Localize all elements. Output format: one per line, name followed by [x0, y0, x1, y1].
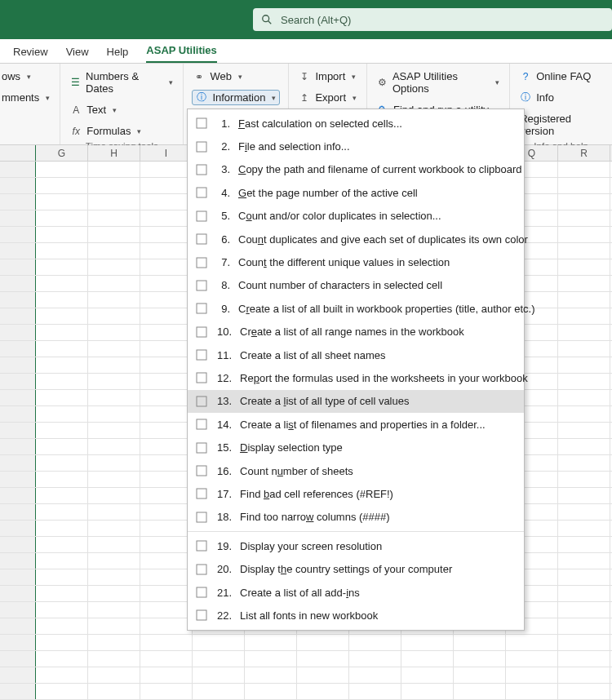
menu-item-label: Count duplicates and give each set of du… [238, 233, 528, 246]
tab-asap-utilities[interactable]: ASAP Utilities [146, 40, 216, 63]
svg-rect-17 [197, 466, 206, 476]
chevron-down-icon: ▾ [113, 106, 117, 114]
help-icon: ? [520, 71, 531, 82]
menu-item-icon [194, 301, 209, 316]
menu-item-icon [194, 116, 209, 131]
menu-item-10[interactable]: 10.Create a list of all range names in t… [188, 321, 524, 343]
chevron-down-icon: ▾ [238, 73, 242, 81]
svg-rect-21 [197, 565, 206, 574]
column-header[interactable]: I [140, 145, 193, 161]
menu-item-8[interactable]: 8.Count number of characters in selected… [188, 274, 524, 297]
menu-item-14[interactable]: 14.Create a list of filenames and proper… [188, 413, 524, 436]
menu-item-9[interactable]: 9.Create a list of all built in workbook… [188, 297, 524, 320]
svg-rect-2 [197, 118, 206, 128]
svg-rect-10 [197, 303, 206, 313]
chevron-down-icon: ▾ [272, 94, 276, 102]
menu-item-11[interactable]: 11.Create a list of all sheet names [188, 343, 524, 366]
menu-item-3[interactable]: 3.Copy the path and filename of current … [188, 158, 524, 181]
menu-item-18[interactable]: 18.Find too narrow columns (####) [188, 506, 524, 529]
column-header[interactable]: R [558, 145, 610, 161]
export-button[interactable]: ↥ Export▾ [297, 90, 358, 105]
search-placeholder: Search (Alt+Q) [281, 14, 351, 26]
menu-item-22[interactable]: 22.List all fonts in new workbook [188, 604, 524, 627]
info-button[interactable]: ⓘ Info [518, 90, 604, 105]
svg-rect-5 [197, 188, 206, 197]
menu-item-label: Count number of characters in selected c… [238, 279, 442, 291]
menu-item-5[interactable]: 5.Count and/or color duplicates in selec… [188, 205, 524, 228]
svg-rect-22 [197, 587, 206, 597]
options-button[interactable]: ⚙ ASAP Utilities Options▾ [375, 69, 501, 96]
chevron-down-icon: ▾ [352, 73, 356, 81]
export-icon: ↥ [299, 92, 310, 104]
menu-item-21[interactable]: 21.Create a list of all add-ins [188, 581, 524, 604]
chevron-down-icon: ▾ [27, 73, 31, 81]
rows-button[interactable]: ows▾ [0, 69, 51, 84]
menu-item-label: Fast calculation on selected cells... [238, 117, 402, 130]
chevron-down-icon: ▾ [495, 78, 499, 86]
online-faq-button[interactable]: ? Online FAQ [518, 69, 604, 84]
search-input[interactable]: Search (Alt+Q) [253, 8, 612, 31]
tab-review[interactable]: Review [13, 42, 48, 63]
menu-item-icon [194, 538, 209, 553]
menu-item-label: Create a list of all add-ins [240, 587, 360, 599]
svg-rect-14 [197, 397, 206, 406]
menu-item-label: Create a list of all sheet names [240, 349, 385, 361]
menu-item-13[interactable]: 13.Create a list of all type of cell val… [188, 390, 524, 413]
tab-help[interactable]: Help [107, 42, 129, 63]
menu-item-label: Report the formulas used in the workshee… [240, 372, 528, 384]
menu-item-label: Find too narrow columns (####) [240, 511, 390, 523]
menu-item-20[interactable]: 20.Display the country settings of your … [188, 557, 524, 580]
svg-rect-6 [197, 211, 206, 221]
menu-item-4[interactable]: 4.Get the page number of the active cell [188, 181, 524, 204]
tab-view[interactable]: View [66, 42, 89, 63]
menu-item-12[interactable]: 12.Report the formulas used in the works… [188, 366, 524, 389]
menu-item-label: Count and/or color duplicates in selecti… [238, 210, 441, 222]
search-icon [261, 14, 273, 25]
menu-item-icon [194, 185, 209, 200]
menu-item-label: Get the page number of the active cell [238, 187, 418, 199]
menu-item-icon [194, 394, 209, 409]
svg-rect-7 [197, 234, 206, 244]
menu-item-label: Create a list of all built in workbook p… [238, 303, 534, 315]
column-header[interactable]: H [88, 145, 140, 161]
svg-rect-13 [197, 373, 206, 383]
column-header[interactable]: G [36, 145, 88, 161]
menu-item-17[interactable]: 17.Find bad cell references (#REF!) [188, 482, 524, 505]
menu-item-6[interactable]: 6.Count duplicates and give each set of … [188, 228, 524, 250]
svg-rect-3 [197, 142, 206, 152]
web-button[interactable]: ⚭ Web▾ [192, 69, 280, 84]
link-icon: ⚭ [193, 71, 205, 82]
fx-icon: fx [70, 126, 82, 137]
menu-item-icon [194, 562, 209, 577]
text-icon: A [70, 104, 82, 116]
menu-item-19[interactable]: 19.Display your screen resolution [188, 534, 524, 557]
menu-item-icon [194, 463, 209, 478]
comments-button[interactable]: mments▾ [0, 90, 51, 105]
svg-rect-4 [197, 165, 206, 175]
tabstrip: Review View Help ASAP Utilities [0, 39, 612, 64]
menu-item-icon [194, 209, 209, 224]
menu-item-2[interactable]: 2.File and selection info... [188, 135, 524, 157]
menu-item-label: Copy the path and filename of current wo… [238, 163, 522, 175]
menu-item-icon [194, 348, 209, 362]
menu-item-16[interactable]: 16.Count number of sheets [188, 459, 524, 482]
menu-item-icon [194, 486, 209, 501]
menu-item-label: Display your screen resolution [240, 540, 382, 552]
menu-item-label: Create a list of filenames and propertie… [240, 419, 486, 431]
formulas-button[interactable]: fx Formulas▾ [69, 123, 175, 139]
menu-item-15[interactable]: 15.Display selection type [188, 436, 524, 459]
menu-item-icon [194, 162, 209, 177]
information-button[interactable]: ⓘ Information▾ [192, 90, 280, 105]
menu-item-icon [194, 608, 209, 622]
text-button[interactable]: A Text▾ [69, 102, 175, 117]
menu-item-7[interactable]: 7.Count the different unique values in s… [188, 250, 524, 273]
menu-item-icon [194, 370, 209, 385]
chevron-down-icon: ▾ [353, 94, 357, 102]
menu-item-label: File and selection info... [238, 140, 350, 153]
import-button[interactable]: ↧ Import▾ [297, 69, 358, 84]
menu-item-label: Find bad cell references (#REF!) [240, 488, 393, 500]
information-dropdown-menu: 1.Fast calculation on selected cells...2… [187, 109, 525, 631]
numbers-dates-button[interactable]: ☰ Numbers & Dates▾ [69, 69, 175, 96]
menu-item-icon [194, 325, 209, 339]
menu-item-1[interactable]: 1.Fast calculation on selected cells... [188, 112, 524, 135]
